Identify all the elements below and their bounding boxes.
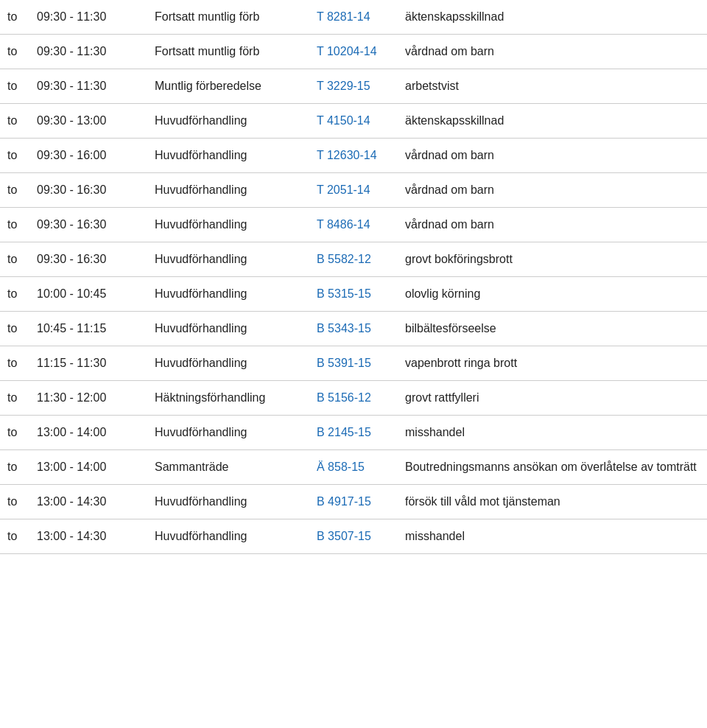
time-cell: 09:30 - 11:30 (29, 35, 147, 69)
type-cell: Huvudförhandling (147, 139, 309, 173)
day-cell: to (0, 450, 29, 485)
case-cell[interactable]: T 8281-14 (309, 0, 398, 35)
subject-cell: vårdnad om barn (398, 173, 707, 208)
time-cell: 09:30 - 16:30 (29, 173, 147, 208)
time-cell: 09:30 - 16:30 (29, 242, 147, 277)
table-row: to09:30 - 16:00HuvudförhandlingT 12630-1… (0, 139, 707, 173)
case-link[interactable]: Ä 858-15 (317, 461, 365, 473)
day-cell: to (0, 173, 29, 208)
type-cell: Huvudförhandling (147, 208, 309, 242)
table-row: to13:00 - 14:30HuvudförhandlingB 3507-15… (0, 519, 707, 554)
table-row: to13:00 - 14:30HuvudförhandlingB 4917-15… (0, 485, 707, 519)
time-cell: 11:15 - 11:30 (29, 346, 147, 381)
type-cell: Huvudförhandling (147, 416, 309, 450)
day-cell: to (0, 346, 29, 381)
type-cell: Häktningsförhandling (147, 381, 309, 416)
time-cell: 09:30 - 16:00 (29, 139, 147, 173)
type-cell: Muntlig förberedelse (147, 69, 309, 104)
case-link[interactable]: T 10204-14 (317, 45, 377, 57)
case-cell[interactable]: B 5391-15 (309, 346, 398, 381)
time-cell: 09:30 - 16:30 (29, 208, 147, 242)
time-cell: 10:45 - 11:15 (29, 312, 147, 346)
case-link[interactable]: B 5315-15 (317, 287, 371, 300)
time-cell: 13:00 - 14:00 (29, 450, 147, 485)
subject-cell: Boutredningsmanns ansökan om överlåtelse… (398, 450, 707, 485)
day-cell: to (0, 312, 29, 346)
subject-cell: vårdnad om barn (398, 35, 707, 69)
time-cell: 09:30 - 11:30 (29, 0, 147, 35)
case-link[interactable]: B 3507-15 (317, 530, 371, 542)
case-link[interactable]: T 4150-14 (317, 114, 370, 127)
day-cell: to (0, 104, 29, 139)
day-cell: to (0, 242, 29, 277)
subject-cell: grovt rattfylleri (398, 381, 707, 416)
case-link[interactable]: B 5582-12 (317, 253, 371, 265)
subject-cell: grovt bokföringsbrott (398, 242, 707, 277)
subject-cell: vårdnad om barn (398, 208, 707, 242)
case-cell[interactable]: B 5156-12 (309, 381, 398, 416)
type-cell: Fortsatt muntlig förb (147, 0, 309, 35)
subject-cell: vårdnad om barn (398, 139, 707, 173)
subject-cell: olovlig körning (398, 277, 707, 312)
case-cell[interactable]: B 3507-15 (309, 519, 398, 554)
case-link[interactable]: B 5391-15 (317, 357, 371, 369)
table-row: to13:00 - 14:00SammanträdeÄ 858-15Boutre… (0, 450, 707, 485)
type-cell: Huvudförhandling (147, 173, 309, 208)
case-cell[interactable]: B 5343-15 (309, 312, 398, 346)
case-cell[interactable]: T 2051-14 (309, 173, 398, 208)
time-cell: 13:00 - 14:30 (29, 519, 147, 554)
case-cell[interactable]: T 12630-14 (309, 139, 398, 173)
subject-cell: bilbältesförseelse (398, 312, 707, 346)
case-link[interactable]: T 8486-14 (317, 218, 370, 231)
case-cell[interactable]: B 5315-15 (309, 277, 398, 312)
case-link[interactable]: B 2145-15 (317, 426, 371, 438)
subject-cell: misshandel (398, 416, 707, 450)
table-row: to09:30 - 16:30HuvudförhandlingB 5582-12… (0, 242, 707, 277)
table-row: to13:00 - 14:00HuvudförhandlingB 2145-15… (0, 416, 707, 450)
type-cell: Sammanträde (147, 450, 309, 485)
day-cell: to (0, 277, 29, 312)
case-cell[interactable]: T 10204-14 (309, 35, 398, 69)
type-cell: Huvudförhandling (147, 277, 309, 312)
case-cell[interactable]: B 5582-12 (309, 242, 398, 277)
table-row: to10:00 - 10:45HuvudförhandlingB 5315-15… (0, 277, 707, 312)
table-row: to09:30 - 11:30Muntlig förberedelseT 322… (0, 69, 707, 104)
case-cell[interactable]: Ä 858-15 (309, 450, 398, 485)
subject-cell: äktenskapsskillnad (398, 104, 707, 139)
table-row: to11:15 - 11:30HuvudförhandlingB 5391-15… (0, 346, 707, 381)
table-row: to09:30 - 16:30HuvudförhandlingT 2051-14… (0, 173, 707, 208)
day-cell: to (0, 416, 29, 450)
subject-cell: misshandel (398, 519, 707, 554)
case-cell[interactable]: T 3229-15 (309, 69, 398, 104)
case-link[interactable]: T 3229-15 (317, 80, 370, 92)
time-cell: 09:30 - 11:30 (29, 69, 147, 104)
case-link[interactable]: B 5343-15 (317, 322, 371, 335)
type-cell: Huvudförhandling (147, 104, 309, 139)
case-link[interactable]: B 4917-15 (317, 495, 371, 508)
subject-cell: vapenbrott ringa brott (398, 346, 707, 381)
time-cell: 13:00 - 14:30 (29, 485, 147, 519)
case-link[interactable]: T 2051-14 (317, 183, 370, 196)
case-link[interactable]: T 8281-14 (317, 10, 370, 23)
case-link[interactable]: T 12630-14 (317, 149, 377, 161)
time-cell: 10:00 - 10:45 (29, 277, 147, 312)
time-cell: 09:30 - 13:00 (29, 104, 147, 139)
case-cell[interactable]: B 2145-15 (309, 416, 398, 450)
table-row: to11:30 - 12:00HäktningsförhandlingB 515… (0, 381, 707, 416)
subject-cell: försök till våld mot tjänsteman (398, 485, 707, 519)
table-row: to09:30 - 16:30HuvudförhandlingT 8486-14… (0, 208, 707, 242)
time-cell: 11:30 - 12:00 (29, 381, 147, 416)
table-row: to09:30 - 13:00HuvudförhandlingT 4150-14… (0, 104, 707, 139)
type-cell: Huvudförhandling (147, 242, 309, 277)
case-cell[interactable]: B 4917-15 (309, 485, 398, 519)
type-cell: Huvudförhandling (147, 346, 309, 381)
case-cell[interactable]: T 4150-14 (309, 104, 398, 139)
day-cell: to (0, 0, 29, 35)
type-cell: Huvudförhandling (147, 485, 309, 519)
table-row: to10:45 - 11:15HuvudförhandlingB 5343-15… (0, 312, 707, 346)
day-cell: to (0, 139, 29, 173)
subject-cell: äktenskapsskillnad (398, 0, 707, 35)
day-cell: to (0, 381, 29, 416)
case-link[interactable]: B 5156-12 (317, 391, 371, 404)
case-cell[interactable]: T 8486-14 (309, 208, 398, 242)
